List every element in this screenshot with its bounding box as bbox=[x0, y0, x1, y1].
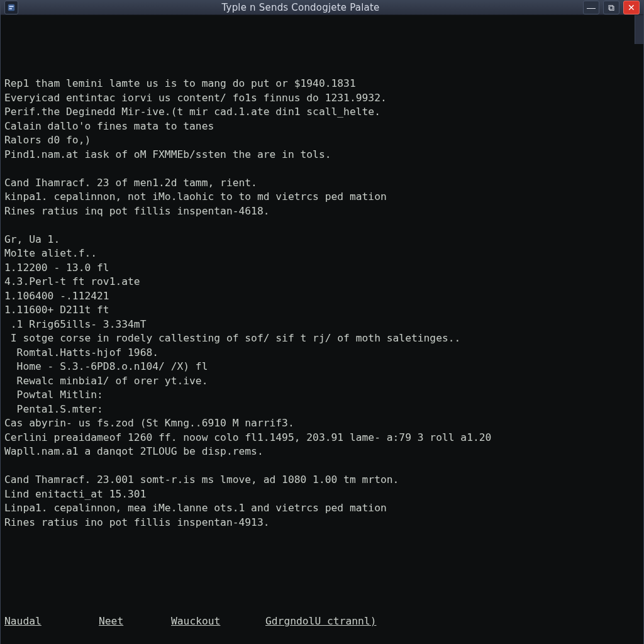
window-title: Typle n Sends Condogjete Palate bbox=[18, 2, 583, 13]
svg-rect-0 bbox=[8, 4, 15, 11]
table-header: GdrgndolU ctrannl) bbox=[265, 614, 643, 629]
terminal-line: Calain dallo'o fines mata to tanes bbox=[3, 119, 643, 134]
terminal-line bbox=[3, 218, 643, 233]
terminal-line: Cerlini preaidameof 1260 ff. noow colo f… bbox=[3, 431, 643, 445]
terminal-line: Gr, Ua 1. bbox=[3, 233, 643, 247]
terminal-line: I sotge corse in rodely callesting of so… bbox=[3, 331, 643, 346]
terminal-line: Perif.the Deginedd Mir-ive.(t mir cad.1.… bbox=[3, 105, 643, 119]
terminal-line: 4.3.Perl-t ft rov1.ate bbox=[3, 275, 643, 289]
output-table: Naudal Neet Wauckout GdrgndolU ctrannl) … bbox=[3, 586, 643, 644]
terminal-line: Linpa1. cepalinnon, mea iMe.lanne ots.1 … bbox=[3, 501, 643, 516]
terminal-line: 1.12200 - 13.0 fl bbox=[3, 261, 643, 275]
terminal-line: 1.11600+ D211t ft bbox=[3, 303, 643, 318]
table-header: Wauckout bbox=[171, 614, 265, 629]
terminal-window: Typle n Sends Condogjete Palate — ⧉ ✕ Re… bbox=[0, 0, 644, 644]
svg-rect-1 bbox=[9, 6, 14, 7]
terminal-line: Rep1 tham lemini lamte us is to mang do … bbox=[3, 77, 643, 91]
terminal-line: Rines ratius ino pot fillis inspentan-49… bbox=[3, 516, 643, 530]
terminal-line: Pind1.nam.at iask of oM FXMMEb/ssten the… bbox=[3, 148, 643, 162]
terminal-line: Romtal.Hatts-hjof 1968. bbox=[3, 346, 643, 360]
table-header: Naudal bbox=[4, 614, 99, 629]
terminal-viewport[interactable]: Rep1 tham lemini lamte us is to mang do … bbox=[1, 15, 643, 644]
terminal-line bbox=[3, 530, 643, 544]
terminal-line: Ralors d0 fo,) bbox=[3, 133, 643, 148]
terminal-line: Rewalc minbia1/ of orer yt.ive. bbox=[3, 374, 643, 389]
terminal-line: 1.106400 -.112421 bbox=[3, 289, 643, 304]
maximize-button[interactable]: ⧉ bbox=[603, 1, 619, 14]
close-button[interactable]: ✕ bbox=[623, 1, 640, 14]
terminal-line bbox=[3, 459, 643, 474]
terminal-output: Rep1 tham lemini lamte us is to mang do … bbox=[3, 77, 643, 544]
terminal-line: Lind enitacti_at 15.301 bbox=[3, 487, 643, 502]
svg-rect-2 bbox=[9, 8, 12, 9]
terminal-line: Everyicad entintac iorvi us content/ fo1… bbox=[3, 91, 643, 106]
terminal-line: Home - S.3.-6PD8.o.n104/ /X) fl bbox=[3, 360, 643, 374]
terminal-line: kinpa1. cepalinnon, not iMo.laohic to to… bbox=[3, 190, 643, 204]
terminal-line bbox=[3, 162, 643, 176]
terminal-line: Rines ratius inq pot fillis inspentan-46… bbox=[3, 204, 643, 219]
terminal-line: Cand Ihamracf. 23 of men1.2d tamm, rient… bbox=[3, 176, 643, 191]
app-icon bbox=[4, 1, 18, 14]
terminal-line: Wapll.nam.a1 a danqot 2TLOUG be disp.rem… bbox=[3, 445, 643, 459]
terminal-line: Cas abyrin- us fs.zod (St Kmng..6910 M n… bbox=[3, 416, 643, 431]
table-header: Neet bbox=[99, 614, 171, 629]
titlebar[interactable]: Typle n Sends Condogjete Palate — ⧉ ✕ bbox=[1, 1, 643, 15]
terminal-line: Powtal Mitlin: bbox=[3, 388, 643, 402]
table-header-row: Naudal Neet Wauckout GdrgndolU ctrannl) bbox=[4, 614, 643, 629]
terminal-line: Cand Thamracf. 23.001 somt-r.is ms lmove… bbox=[3, 473, 643, 487]
terminal-line: Mo1te aliet.f.. bbox=[3, 247, 643, 261]
terminal-line: .1 Rrig65ills- 3.334mT bbox=[3, 318, 643, 332]
scrollbar[interactable] bbox=[635, 15, 643, 44]
minimize-button[interactable]: — bbox=[583, 1, 599, 14]
terminal-line: Penta1.S.mter: bbox=[3, 402, 643, 417]
window-controls: — ⧉ ✕ bbox=[583, 1, 640, 14]
